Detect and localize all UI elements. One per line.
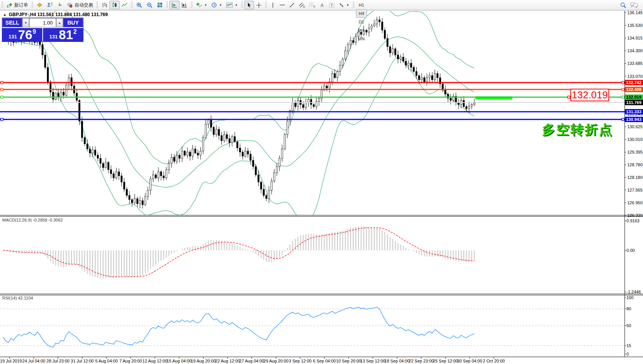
svg-text:0.9163: 0.9163 <box>626 218 640 223</box>
lot-decrease-button[interactable]: ▼ <box>22 18 29 27</box>
timeframe-d1[interactable]: D1 <box>356 18 367 26</box>
svg-text:15: 15 <box>626 343 631 348</box>
fibonacci-icon: F <box>309 2 316 8</box>
toolbar-drag-handle[interactable] <box>131 2 133 8</box>
vertical-line-button[interactable] <box>268 1 277 9</box>
svg-text:80: 80 <box>626 306 631 311</box>
sell-button[interactable]: SELL <box>2 18 22 27</box>
buy-price-figure: 131 <box>49 34 58 40</box>
timeframe-mn[interactable]: MN <box>356 35 367 43</box>
svg-text:13 Sep 12:00: 13 Sep 12:00 <box>360 359 385 363</box>
timeframe-group: M1M5M15M30H1H4D1W1MN <box>356 0 367 43</box>
axis-badge-130.943: 130.943 <box>625 117 643 122</box>
macd-indicator-label: MACD(12,26,9) -0.2858 -0.3062 <box>2 218 63 222</box>
svg-text:18 Sep 04:00: 18 Sep 04:00 <box>384 359 409 363</box>
text-label-button[interactable]: T <box>327 1 337 9</box>
toolbar-drag-handle[interactable] <box>191 2 193 8</box>
zoom-in-button[interactable] <box>134 1 145 9</box>
zoom-out-button[interactable] <box>145 1 155 9</box>
toolbar-drag-handle[interactable] <box>265 2 267 8</box>
chart-shift-button[interactable] <box>179 1 189 9</box>
arrows-button[interactable]: ▼ <box>337 1 351 9</box>
svg-text:29 Aug 20:00: 29 Aug 20:00 <box>264 359 289 363</box>
line-chart-button[interactable] <box>120 1 130 9</box>
toolbar-drag-handle[interactable] <box>353 2 354 8</box>
chinese-annotation[interactable]: 多空转折点 <box>542 121 613 139</box>
bar-chart-button[interactable] <box>100 1 110 9</box>
toolbar-drag-handle[interactable] <box>241 2 243 8</box>
crosshair-button[interactable] <box>254 1 264 9</box>
sell-price-figure: 131 <box>8 34 17 40</box>
chart-canvas[interactable]: 136.145135.530134.915134.300133.685133.0… <box>0 0 643 364</box>
svg-text:128.180: 128.180 <box>627 175 643 180</box>
indicators-dropdown-caret[interactable]: ▼ <box>204 3 207 7</box>
cursor-button[interactable] <box>244 1 254 9</box>
svg-text:E: E <box>303 5 305 8</box>
timeframe-h1[interactable]: H1 <box>356 1 367 9</box>
arrows-dropdown-caret[interactable]: ▼ <box>346 3 349 7</box>
toolbar-drag-handle[interactable] <box>166 2 168 8</box>
chat-button[interactable] <box>628 1 640 9</box>
arrows-icon <box>339 2 344 8</box>
templates-button[interactable]: ▼ <box>224 1 240 9</box>
profile-icon <box>47 2 53 8</box>
periods-dropdown-caret[interactable]: ▼ <box>219 3 222 7</box>
line-anchor <box>622 81 624 84</box>
auto-scroll-icon <box>171 2 178 8</box>
new-order-button[interactable]: 新订单 <box>5 1 30 9</box>
periods-icon <box>211 2 217 8</box>
toolbar-drag-handle[interactable] <box>2 2 3 8</box>
line-anchor <box>622 118 624 121</box>
svg-text:24 Jul 04:00: 24 Jul 04:00 <box>22 359 45 363</box>
templates-icon <box>226 2 233 8</box>
svg-text:31 Jul 12:00: 31 Jul 12:00 <box>71 359 94 363</box>
auto-scroll-button[interactable] <box>169 1 179 9</box>
chart-shift-icon <box>181 2 188 8</box>
timeframe-h4[interactable]: H4 <box>356 9 367 18</box>
svg-text:27 Aug 04:00: 27 Aug 04:00 <box>239 359 264 363</box>
svg-text:127.565: 127.565 <box>627 188 643 192</box>
timeframe-w1[interactable]: W1 <box>356 26 367 35</box>
toolbar-drag-handle[interactable] <box>96 2 98 8</box>
lot-size-input[interactable]: 1.00 <box>29 18 56 27</box>
bar-chart-icon <box>101 2 108 8</box>
templates-dropdown-caret[interactable]: ▼ <box>235 3 238 7</box>
price-callout-box[interactable]: 132.019 <box>570 89 609 101</box>
svg-text:136.145: 136.145 <box>627 10 643 15</box>
tile-windows-button[interactable] <box>155 1 165 9</box>
panel-collapse-arrow[interactable]: ▲ <box>3 13 7 17</box>
svg-text:133.070: 133.070 <box>627 74 643 79</box>
sell-price[interactable]: 131 76 9 <box>2 28 43 41</box>
macd-signal-line <box>3 228 474 277</box>
metaquotes-button[interactable] <box>35 1 45 9</box>
indicators-icon <box>196 2 202 8</box>
axis-badge-132.742: 132.742 <box>625 80 643 85</box>
toolbar-drag-handle[interactable] <box>32 2 33 8</box>
equidistant-channel-button[interactable]: E <box>297 1 307 9</box>
line-anchor <box>1 118 3 121</box>
zoom-in-icon <box>136 2 143 8</box>
lot-increase-button[interactable]: ▲ <box>56 18 63 27</box>
signals-button[interactable] <box>55 1 65 9</box>
svg-text:12 Aug 12:00: 12 Aug 12:00 <box>143 359 168 363</box>
candlesticks <box>2 16 475 208</box>
indicators-button[interactable]: ▼ <box>194 1 209 9</box>
trendline-button[interactable] <box>287 1 297 9</box>
autotrading-button[interactable]: 自动交易 <box>65 1 95 9</box>
horizontal-line-button[interactable] <box>277 1 287 9</box>
buy-price[interactable]: 131 81 2 <box>43 28 83 41</box>
candlestick-chart-button[interactable] <box>110 1 120 9</box>
search-button[interactable] <box>618 1 628 9</box>
buy-button[interactable]: BUY <box>63 18 83 27</box>
line-anchor <box>1 96 3 98</box>
text-button[interactable]: A <box>317 1 327 9</box>
fibonacci-button[interactable]: F <box>307 1 317 9</box>
periods-button[interactable]: ▼ <box>209 1 224 9</box>
new-order-label: 新订单 <box>14 2 28 8</box>
cursor-icon <box>246 2 252 8</box>
bollinger-lower-band <box>3 34 474 221</box>
rsi-line <box>3 307 474 347</box>
candlestick-chart-icon <box>111 2 118 8</box>
autotrading-icon <box>66 2 73 8</box>
profile-button[interactable] <box>45 1 55 9</box>
